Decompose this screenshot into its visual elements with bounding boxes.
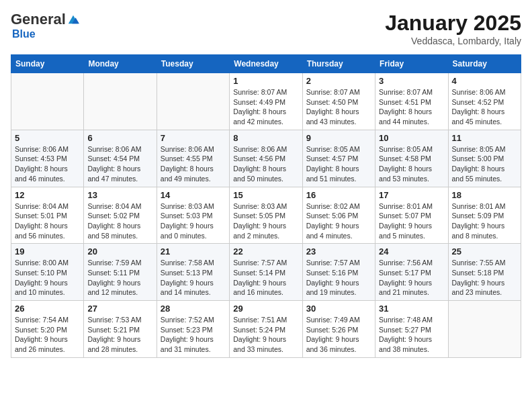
day-number: 10 — [379, 133, 444, 143]
day-number: 21 — [161, 246, 226, 257]
day-number: 23 — [306, 246, 371, 257]
weekday-header: Monday — [84, 55, 157, 73]
day-info: Sunrise: 8:03 AM Sunset: 5:05 PM Dayligh… — [233, 201, 298, 241]
calendar-cell: 31Sunrise: 7:48 AM Sunset: 5:27 PM Dayli… — [375, 301, 448, 358]
day-info: Sunrise: 8:06 AM Sunset: 4:53 PM Dayligh… — [15, 144, 80, 184]
calendar-body: 1Sunrise: 8:07 AM Sunset: 4:49 PM Daylig… — [11, 73, 521, 358]
day-info: Sunrise: 8:06 AM Sunset: 4:54 PM Dayligh… — [87, 144, 152, 184]
day-info: Sunrise: 8:05 AM Sunset: 4:58 PM Dayligh… — [379, 144, 444, 184]
calendar-cell — [448, 301, 521, 358]
calendar-cell — [84, 73, 157, 130]
weekday-header: Friday — [375, 55, 448, 73]
calendar-week-row: 5Sunrise: 8:06 AM Sunset: 4:53 PM Daylig… — [11, 130, 521, 187]
day-info: Sunrise: 8:01 AM Sunset: 5:09 PM Dayligh… — [452, 201, 517, 241]
day-number: 18 — [452, 190, 517, 200]
calendar-header: SundayMondayTuesdayWednesdayThursdayFrid… — [11, 55, 521, 73]
calendar-cell: 10Sunrise: 8:05 AM Sunset: 4:58 PM Dayli… — [375, 130, 448, 187]
calendar-cell: 8Sunrise: 8:06 AM Sunset: 4:56 PM Daylig… — [230, 130, 302, 187]
calendar-cell: 25Sunrise: 7:55 AM Sunset: 5:18 PM Dayli… — [448, 244, 521, 301]
day-number: 19 — [15, 246, 80, 257]
calendar-cell: 30Sunrise: 7:49 AM Sunset: 5:26 PM Dayli… — [302, 301, 375, 358]
calendar-cell: 29Sunrise: 7:51 AM Sunset: 5:24 PM Dayli… — [230, 301, 302, 358]
logo: General Blue — [11, 11, 79, 40]
day-number: 13 — [87, 190, 152, 200]
calendar-week-row: 19Sunrise: 8:00 AM Sunset: 5:10 PM Dayli… — [11, 244, 521, 301]
calendar-cell: 20Sunrise: 7:59 AM Sunset: 5:11 PM Dayli… — [84, 244, 157, 301]
day-info: Sunrise: 8:04 AM Sunset: 5:01 PM Dayligh… — [15, 201, 80, 241]
weekday-header: Saturday — [448, 55, 521, 73]
day-number: 22 — [233, 246, 298, 257]
day-number: 16 — [306, 190, 371, 200]
day-info: Sunrise: 8:05 AM Sunset: 4:57 PM Dayligh… — [306, 144, 371, 184]
day-info: Sunrise: 8:07 AM Sunset: 4:51 PM Dayligh… — [379, 87, 444, 127]
page-header: General Blue January 2025 Veddasca, Lomb… — [11, 11, 521, 46]
day-number: 17 — [379, 190, 444, 200]
day-number: 9 — [306, 133, 371, 143]
calendar-cell: 11Sunrise: 8:05 AM Sunset: 5:00 PM Dayli… — [448, 130, 521, 187]
day-number: 1 — [233, 76, 298, 86]
day-info: Sunrise: 7:49 AM Sunset: 5:26 PM Dayligh… — [306, 315, 371, 355]
day-info: Sunrise: 7:58 AM Sunset: 5:13 PM Dayligh… — [161, 258, 226, 298]
calendar-cell: 18Sunrise: 8:01 AM Sunset: 5:09 PM Dayli… — [448, 187, 521, 244]
location: Veddasca, Lombardy, Italy — [385, 36, 521, 46]
day-info: Sunrise: 8:02 AM Sunset: 5:06 PM Dayligh… — [306, 201, 371, 241]
weekday-header: Tuesday — [157, 55, 229, 73]
calendar-week-row: 26Sunrise: 7:54 AM Sunset: 5:20 PM Dayli… — [11, 301, 521, 358]
calendar-cell: 19Sunrise: 8:00 AM Sunset: 5:10 PM Dayli… — [11, 244, 84, 301]
calendar-cell: 26Sunrise: 7:54 AM Sunset: 5:20 PM Dayli… — [11, 301, 84, 358]
calendar-cell: 3Sunrise: 8:07 AM Sunset: 4:51 PM Daylig… — [375, 73, 448, 130]
calendar-cell: 28Sunrise: 7:52 AM Sunset: 5:23 PM Dayli… — [157, 301, 229, 358]
weekday-header: Thursday — [302, 55, 375, 73]
calendar-cell — [157, 73, 229, 130]
day-number: 24 — [379, 246, 444, 257]
day-info: Sunrise: 7:57 AM Sunset: 5:14 PM Dayligh… — [233, 258, 298, 298]
day-info: Sunrise: 7:55 AM Sunset: 5:18 PM Dayligh… — [452, 258, 517, 298]
day-info: Sunrise: 7:51 AM Sunset: 5:24 PM Dayligh… — [233, 315, 298, 355]
day-info: Sunrise: 8:07 AM Sunset: 4:49 PM Dayligh… — [233, 87, 298, 127]
day-number: 15 — [233, 190, 298, 200]
calendar-cell: 7Sunrise: 8:06 AM Sunset: 4:55 PM Daylig… — [157, 130, 229, 187]
calendar-cell — [11, 73, 84, 130]
calendar-cell: 14Sunrise: 8:03 AM Sunset: 5:03 PM Dayli… — [157, 187, 229, 244]
day-number: 6 — [87, 133, 152, 143]
day-info: Sunrise: 8:01 AM Sunset: 5:07 PM Dayligh… — [379, 201, 444, 241]
weekday-header: Wednesday — [230, 55, 302, 73]
calendar-cell: 23Sunrise: 7:57 AM Sunset: 5:16 PM Dayli… — [302, 244, 375, 301]
calendar-cell: 4Sunrise: 8:06 AM Sunset: 4:52 PM Daylig… — [448, 73, 521, 130]
calendar-week-row: 1Sunrise: 8:07 AM Sunset: 4:49 PM Daylig… — [11, 73, 521, 130]
day-number: 7 — [161, 133, 226, 143]
calendar-cell: 21Sunrise: 7:58 AM Sunset: 5:13 PM Dayli… — [157, 244, 229, 301]
day-info: Sunrise: 8:06 AM Sunset: 4:55 PM Dayligh… — [161, 144, 226, 184]
day-info: Sunrise: 7:52 AM Sunset: 5:23 PM Dayligh… — [161, 315, 226, 355]
day-number: 5 — [15, 133, 80, 143]
day-info: Sunrise: 7:48 AM Sunset: 5:27 PM Dayligh… — [379, 315, 444, 355]
title-block: January 2025 Veddasca, Lombardy, Italy — [385, 11, 521, 46]
calendar-cell: 9Sunrise: 8:05 AM Sunset: 4:57 PM Daylig… — [302, 130, 375, 187]
day-info: Sunrise: 8:07 AM Sunset: 4:50 PM Dayligh… — [306, 87, 371, 127]
day-number: 26 — [15, 304, 80, 314]
calendar-cell: 13Sunrise: 8:04 AM Sunset: 5:02 PM Dayli… — [84, 187, 157, 244]
day-number: 2 — [306, 76, 371, 86]
day-info: Sunrise: 8:06 AM Sunset: 4:56 PM Dayligh… — [233, 144, 298, 184]
day-number: 11 — [452, 133, 517, 143]
day-info: Sunrise: 8:06 AM Sunset: 4:52 PM Dayligh… — [452, 87, 517, 127]
day-number: 28 — [161, 304, 226, 314]
day-number: 4 — [452, 76, 517, 86]
day-info: Sunrise: 7:59 AM Sunset: 5:11 PM Dayligh… — [87, 258, 152, 298]
day-info: Sunrise: 7:53 AM Sunset: 5:21 PM Dayligh… — [87, 315, 152, 355]
calendar-cell: 24Sunrise: 7:56 AM Sunset: 5:17 PM Dayli… — [375, 244, 448, 301]
calendar-week-row: 12Sunrise: 8:04 AM Sunset: 5:01 PM Dayli… — [11, 187, 521, 244]
day-number: 20 — [87, 246, 152, 257]
logo-blue-text: Blue — [12, 28, 36, 40]
calendar-cell: 5Sunrise: 8:06 AM Sunset: 4:53 PM Daylig… — [11, 130, 84, 187]
calendar-cell: 15Sunrise: 8:03 AM Sunset: 5:05 PM Dayli… — [230, 187, 302, 244]
logo-icon — [67, 13, 79, 26]
weekday-header: Sunday — [11, 55, 84, 73]
weekday-row: SundayMondayTuesdayWednesdayThursdayFrid… — [11, 55, 521, 73]
calendar-cell: 2Sunrise: 8:07 AM Sunset: 4:50 PM Daylig… — [302, 73, 375, 130]
day-number: 30 — [306, 304, 371, 314]
day-info: Sunrise: 8:04 AM Sunset: 5:02 PM Dayligh… — [87, 201, 152, 241]
day-number: 8 — [233, 133, 298, 143]
calendar-cell: 27Sunrise: 7:53 AM Sunset: 5:21 PM Dayli… — [84, 301, 157, 358]
day-info: Sunrise: 7:54 AM Sunset: 5:20 PM Dayligh… — [15, 315, 80, 355]
